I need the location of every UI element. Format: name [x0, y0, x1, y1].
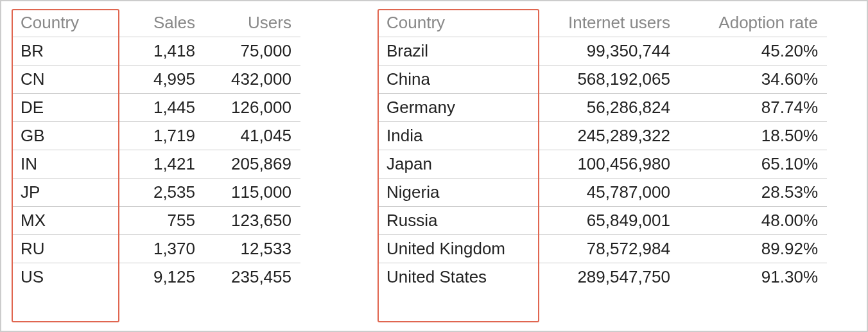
- sales-table-header-row: Country Sales Users: [12, 9, 300, 37]
- col-header-country[interactable]: Country: [12, 9, 108, 37]
- cell-internet-users: 100,456,980: [532, 150, 679, 179]
- cell-country: Brazil: [378, 37, 532, 66]
- cell-sales: 2,535: [108, 179, 204, 207]
- cell-adoption-rate: 87.74%: [679, 94, 827, 122]
- table-row[interactable]: JP 2,535 115,000: [12, 179, 300, 207]
- table-row[interactable]: United States 289,547,750 91.30%: [378, 263, 827, 292]
- cell-adoption-rate: 48.00%: [679, 207, 827, 235]
- table-row[interactable]: RU 1,370 12,533: [12, 235, 300, 263]
- cell-users: 205,869: [204, 150, 300, 179]
- table-row[interactable]: Brazil 99,350,744 45.20%: [378, 37, 827, 66]
- table-row[interactable]: United Kingdom 78,572,984 89.92%: [378, 235, 827, 263]
- cell-internet-users: 289,547,750: [532, 263, 679, 292]
- cell-sales: 1,418: [108, 37, 204, 66]
- cell-sales: 755: [108, 207, 204, 235]
- cell-internet-users: 78,572,984: [532, 235, 679, 263]
- cell-country: United States: [378, 263, 532, 292]
- col-header-adoption-rate[interactable]: Adoption rate: [679, 9, 827, 37]
- cell-internet-users: 45,787,000: [532, 179, 679, 207]
- internet-table: Country Internet users Adoption rate Bra…: [378, 9, 827, 291]
- sales-table-wrap: Country Sales Users BR 1,418 75,000 CN 4…: [12, 9, 300, 323]
- cell-country: MX: [12, 207, 108, 235]
- cell-internet-users: 568,192,065: [532, 66, 679, 94]
- cell-country: United Kingdom: [378, 235, 532, 263]
- cell-sales: 1,719: [108, 122, 204, 150]
- cell-country: India: [378, 122, 532, 150]
- cell-adoption-rate: 28.53%: [679, 179, 827, 207]
- cell-country: US: [12, 263, 108, 292]
- table-row[interactable]: BR 1,418 75,000: [12, 37, 300, 66]
- col-header-users[interactable]: Users: [204, 9, 300, 37]
- cell-adoption-rate: 89.92%: [679, 235, 827, 263]
- cell-internet-users: 65,849,001: [532, 207, 679, 235]
- cell-country: Japan: [378, 150, 532, 179]
- cell-country: China: [378, 66, 532, 94]
- table-row[interactable]: Germany 56,286,824 87.74%: [378, 94, 827, 122]
- table-row[interactable]: CN 4,995 432,000: [12, 66, 300, 94]
- cell-adoption-rate: 18.50%: [679, 122, 827, 150]
- col-header-internet-users[interactable]: Internet users: [532, 9, 679, 37]
- cell-country: Russia: [378, 207, 532, 235]
- cell-sales: 1,445: [108, 94, 204, 122]
- cell-users: 12,533: [204, 235, 300, 263]
- internet-table-header-row: Country Internet users Adoption rate: [378, 9, 827, 37]
- cell-country: BR: [12, 37, 108, 66]
- col-header-sales[interactable]: Sales: [108, 9, 204, 37]
- cell-sales: 1,370: [108, 235, 204, 263]
- cell-internet-users: 99,350,744: [532, 37, 679, 66]
- col-header-country[interactable]: Country: [378, 9, 532, 37]
- cell-country: Nigeria: [378, 179, 532, 207]
- cell-internet-users: 56,286,824: [532, 94, 679, 122]
- table-row[interactable]: IN 1,421 205,869: [12, 150, 300, 179]
- table-row[interactable]: DE 1,445 126,000: [12, 94, 300, 122]
- cell-country: CN: [12, 66, 108, 94]
- cell-users: 126,000: [204, 94, 300, 122]
- cell-adoption-rate: 45.20%: [679, 37, 827, 66]
- cell-sales: 9,125: [108, 263, 204, 292]
- cell-sales: 1,421: [108, 150, 204, 179]
- cell-country: IN: [12, 150, 108, 179]
- cell-country: DE: [12, 94, 108, 122]
- cell-country: RU: [12, 235, 108, 263]
- table-row[interactable]: Nigeria 45,787,000 28.53%: [378, 179, 827, 207]
- table-row[interactable]: India 245,289,322 18.50%: [378, 122, 827, 150]
- sales-table: Country Sales Users BR 1,418 75,000 CN 4…: [12, 9, 300, 291]
- cell-country: JP: [12, 179, 108, 207]
- cell-adoption-rate: 65.10%: [679, 150, 827, 179]
- cell-users: 41,045: [204, 122, 300, 150]
- cell-adoption-rate: 34.60%: [679, 66, 827, 94]
- cell-sales: 4,995: [108, 66, 204, 94]
- table-row[interactable]: GB 1,719 41,045: [12, 122, 300, 150]
- cell-internet-users: 245,289,322: [532, 122, 679, 150]
- cell-country: GB: [12, 122, 108, 150]
- cell-adoption-rate: 91.30%: [679, 263, 827, 292]
- cell-country: Germany: [378, 94, 532, 122]
- cell-users: 235,455: [204, 263, 300, 292]
- cell-users: 432,000: [204, 66, 300, 94]
- table-row[interactable]: US 9,125 235,455: [12, 263, 300, 292]
- table-row[interactable]: Russia 65,849,001 48.00%: [378, 207, 827, 235]
- cell-users: 123,650: [204, 207, 300, 235]
- cell-users: 115,000: [204, 179, 300, 207]
- table-row[interactable]: MX 755 123,650: [12, 207, 300, 235]
- cell-users: 75,000: [204, 37, 300, 66]
- table-row[interactable]: China 568,192,065 34.60%: [378, 66, 827, 94]
- table-row[interactable]: Japan 100,456,980 65.10%: [378, 150, 827, 179]
- internet-table-wrap: Country Internet users Adoption rate Bra…: [378, 9, 827, 323]
